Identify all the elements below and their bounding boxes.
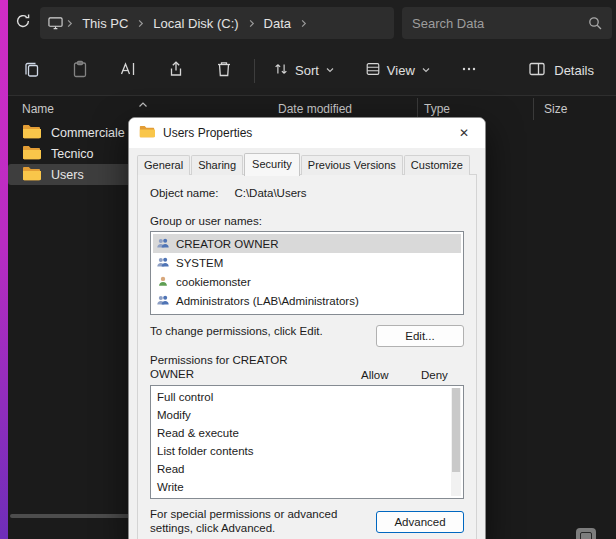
file-name: Tecnico bbox=[51, 147, 93, 161]
taskbar-corner-icon bbox=[576, 528, 596, 539]
scrollbar-thumb[interactable] bbox=[452, 388, 460, 472]
paste-icon bbox=[71, 60, 89, 82]
chevron-right-icon bbox=[136, 19, 145, 28]
object-name-label: Object name: bbox=[150, 187, 218, 199]
group-or-user-names-label: Group or user names: bbox=[150, 215, 464, 227]
file-name: Users bbox=[51, 168, 84, 182]
permission-row-read: Read bbox=[153, 460, 445, 478]
folder-icon bbox=[22, 145, 41, 163]
permission-row-modify: Modify bbox=[153, 406, 445, 424]
permissions-header: Permissions for CREATOR OWNER Allow Deny bbox=[150, 354, 464, 382]
deny-column-label: Deny bbox=[421, 369, 448, 381]
explorer-address-bar-row: This PC Local Disk (C:) Data bbox=[8, 0, 616, 46]
object-name-value: C:\Data\Users bbox=[234, 187, 306, 199]
sort-icon bbox=[273, 61, 289, 80]
this-pc-icon bbox=[48, 16, 63, 30]
chevron-right-icon bbox=[299, 19, 308, 28]
chevron-down-icon bbox=[421, 63, 431, 78]
permissions-scrollbar[interactable] bbox=[451, 388, 461, 496]
breadcrumb-data[interactable]: Data bbox=[258, 16, 297, 31]
rename-button[interactable] bbox=[108, 53, 148, 89]
tab-sharing[interactable]: Sharing bbox=[191, 155, 243, 175]
user-row-administrators[interactable]: Administrators (LAB\Administrators) bbox=[153, 291, 461, 310]
address-bar[interactable]: This PC Local Disk (C:) Data bbox=[40, 7, 394, 39]
more-options-button[interactable] bbox=[451, 53, 487, 89]
tab-security[interactable]: Security bbox=[244, 153, 300, 176]
advanced-instruction: For special permissions or advanced sett… bbox=[150, 508, 376, 536]
column-header-date-modified[interactable]: Date modified bbox=[278, 102, 352, 116]
details-icon bbox=[528, 60, 546, 81]
dialog-titlebar[interactable]: Users Properties ✕ bbox=[129, 118, 485, 148]
folder-icon bbox=[139, 124, 155, 142]
user-name: cookiemonster bbox=[176, 276, 251, 288]
details-pane-button[interactable]: Details bbox=[520, 53, 602, 89]
group-user-list[interactable]: CREATOR OWNER SYSTEM cook bbox=[150, 231, 464, 315]
view-button[interactable]: View bbox=[355, 53, 441, 89]
group-icon bbox=[156, 294, 170, 308]
copy-icon bbox=[23, 60, 41, 82]
edit-instruction: To change permissions, click Edit. bbox=[150, 325, 323, 337]
details-label: Details bbox=[554, 63, 594, 78]
breadcrumb-this-pc[interactable]: This PC bbox=[76, 16, 134, 31]
permission-row-full-control: Full control bbox=[153, 388, 445, 406]
file-name: Commerciale bbox=[51, 126, 125, 140]
paste-button[interactable] bbox=[60, 53, 100, 89]
delete-button[interactable] bbox=[204, 53, 244, 89]
users-properties-dialog: Users Properties ✕ General Sharing Secur… bbox=[128, 117, 486, 539]
user-name: Administrators (LAB\Administrators) bbox=[176, 295, 359, 307]
search-icon bbox=[588, 16, 602, 30]
user-row-cookiemonster[interactable]: cookiemonster bbox=[153, 272, 461, 291]
sort-label: Sort bbox=[295, 63, 319, 78]
group-icon bbox=[156, 237, 170, 251]
dialog-tabs: General Sharing Security Previous Versio… bbox=[137, 153, 485, 175]
folder-icon bbox=[22, 124, 41, 142]
dialog-title: Users Properties bbox=[163, 126, 252, 140]
user-row-creator-owner[interactable]: CREATOR OWNER bbox=[153, 234, 461, 253]
toolbar-separator bbox=[254, 59, 255, 83]
rename-icon bbox=[119, 60, 137, 82]
column-header-size[interactable]: Size bbox=[544, 102, 567, 116]
tab-previous-versions[interactable]: Previous Versions bbox=[301, 155, 403, 175]
column-divider bbox=[533, 98, 534, 120]
close-icon: ✕ bbox=[459, 126, 469, 140]
sort-ascending-icon bbox=[138, 98, 148, 112]
column-header-type[interactable]: Type bbox=[424, 102, 450, 116]
refresh-icon bbox=[15, 13, 31, 33]
view-label: View bbox=[387, 63, 415, 78]
desktop-accent-stripe bbox=[0, 0, 8, 539]
close-button[interactable]: ✕ bbox=[447, 119, 481, 148]
permissions-for-label: Permissions for CREATOR OWNER bbox=[150, 354, 310, 381]
user-name: SYSTEM bbox=[176, 257, 223, 269]
search-box[interactable] bbox=[402, 7, 612, 39]
trash-icon bbox=[215, 60, 233, 82]
user-icon bbox=[156, 275, 170, 289]
copy-button[interactable] bbox=[12, 53, 52, 89]
screen: This PC Local Disk (C:) Data bbox=[0, 0, 616, 539]
chevron-right-icon bbox=[247, 19, 256, 28]
allow-column-label: Allow bbox=[361, 369, 388, 381]
view-icon bbox=[365, 61, 381, 80]
search-input[interactable] bbox=[412, 16, 588, 31]
advanced-button[interactable]: Advanced bbox=[376, 511, 464, 533]
folder-icon bbox=[22, 166, 41, 184]
chevron-down-icon bbox=[325, 63, 335, 78]
column-header-name[interactable]: Name bbox=[22, 102, 54, 116]
permission-row-write: Write bbox=[153, 478, 445, 496]
sort-button[interactable]: Sort bbox=[263, 53, 345, 89]
permission-row-read-execute: Read & execute bbox=[153, 424, 445, 442]
chevron-right-icon bbox=[65, 19, 74, 28]
ellipsis-icon bbox=[461, 61, 477, 80]
group-icon bbox=[156, 256, 170, 270]
tab-general[interactable]: General bbox=[137, 155, 190, 175]
share-icon bbox=[167, 60, 185, 82]
share-button[interactable] bbox=[156, 53, 196, 89]
tab-customize[interactable]: Customize bbox=[404, 155, 470, 175]
user-row-system[interactable]: SYSTEM bbox=[153, 253, 461, 272]
user-name: CREATOR OWNER bbox=[176, 238, 278, 250]
breadcrumb-local-disk-c[interactable]: Local Disk (C:) bbox=[147, 16, 244, 31]
permission-row-list-folder-contents: List folder contents bbox=[153, 442, 445, 460]
permissions-list[interactable]: Full control Modify Read & execute List … bbox=[150, 385, 464, 499]
edit-button[interactable]: Edit... bbox=[376, 325, 464, 347]
refresh-button[interactable] bbox=[10, 7, 36, 39]
security-tab-page: Object name: C:\Data\Users Group or user… bbox=[137, 174, 477, 539]
